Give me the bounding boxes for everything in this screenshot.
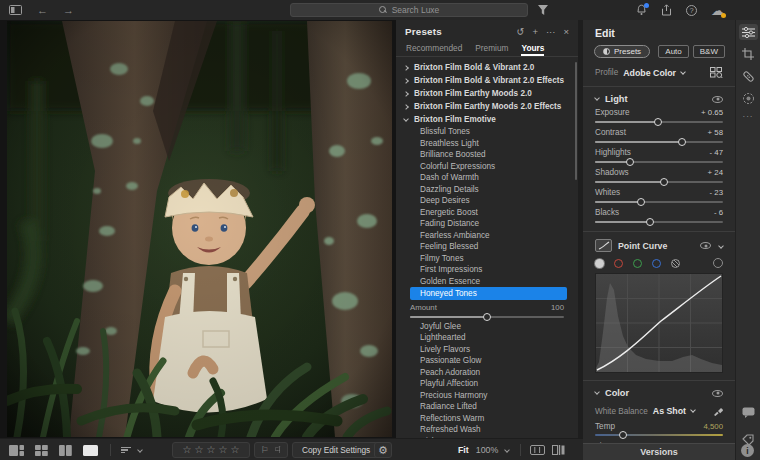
preset-group-brixton-film-bold-vibrant-2-0-effects[interactable]: Brixton Film Bold & Vibrant 2.0 Effects [396, 74, 578, 87]
preset-item-reflections-warm[interactable]: Reflections Warm [396, 413, 578, 425]
preset-item-dazzling-details[interactable]: Dazzling Details [396, 184, 578, 196]
star-icon[interactable]: ☆ [183, 445, 192, 455]
fit-button[interactable]: Fit [458, 445, 469, 455]
masking-tool-button[interactable] [739, 90, 758, 106]
star-icon[interactable]: ☆ [195, 445, 204, 455]
photo[interactable] [7, 21, 392, 437]
preset-item-precious-harmony[interactable]: Precious Harmony [396, 390, 578, 402]
crop-tool-button[interactable] [739, 46, 758, 62]
preset-item-filmy-tones[interactable]: Filmy Tones [396, 253, 578, 265]
curve-visibility-eye-icon[interactable] [700, 242, 711, 249]
preset-history-icon[interactable]: ↺ [516, 27, 524, 37]
versions-button[interactable]: Versions [583, 443, 735, 460]
auto-button[interactable]: Auto [658, 45, 688, 58]
blue-channel-button[interactable] [652, 259, 661, 268]
tab-recommended[interactable]: Recommended [406, 43, 462, 56]
preset-item-colorful-expressions[interactable]: Colorful Expressions [396, 161, 578, 173]
star-rating[interactable]: ☆☆☆☆☆ [172, 442, 250, 458]
search-input[interactable]: Search Luxe [290, 3, 528, 17]
preset-item-joyful-glee[interactable]: Joyful Glee [396, 321, 578, 333]
blacks-slider[interactable] [595, 221, 723, 223]
white-balance-value[interactable]: As Shot [653, 406, 686, 416]
whites-slider-knob[interactable] [637, 198, 645, 206]
close-presets-icon[interactable]: × [563, 27, 569, 37]
contrast-slider-knob[interactable] [678, 138, 686, 146]
curve-reset-icon[interactable] [713, 258, 723, 268]
preset-group-brixton-film-earthy-moods-2-0[interactable]: Brixton Film Earthy Moods 2.0 [396, 87, 578, 100]
healing-tool-button[interactable] [739, 68, 758, 84]
preset-item-energetic-boost[interactable]: Energetic Boost [396, 207, 578, 219]
settings-gear-icon[interactable]: ⚙ [374, 442, 392, 458]
flag-controls[interactable]: ⚐ ⚐ [254, 442, 288, 458]
light-visibility-eye-icon[interactable] [712, 96, 723, 103]
preset-item-fading-distance[interactable]: Fading Distance [396, 218, 578, 230]
preset-item-refreshed-wash[interactable]: Refreshed Wash [396, 424, 578, 436]
profile-browser-icon[interactable] [710, 67, 723, 78]
preset-item-lively-flavors[interactable]: Lively Flavors [396, 344, 578, 356]
amount-slider-knob[interactable] [483, 313, 491, 321]
preset-item-passionate-glow[interactable]: Passionate Glow [396, 355, 578, 367]
color-section-header[interactable]: Color [595, 388, 723, 398]
preset-group-brixton-film-emotive[interactable]: Brixton Film Emotive [396, 113, 578, 126]
exposure-slider-knob[interactable] [654, 118, 662, 126]
preset-more-icon[interactable]: ··· [546, 27, 556, 37]
before-after-toggle-icon[interactable] [552, 439, 565, 460]
presets-scrollbar[interactable] [575, 62, 577, 180]
chevron-down-icon[interactable] [690, 407, 696, 413]
more-tools-icon[interactable]: ··· [736, 112, 760, 121]
whites-slider[interactable] [595, 201, 723, 203]
preset-item-deep-desires[interactable]: Deep Desires [396, 195, 578, 207]
preset-group-brixton-film-earthy-moods-2-0-effects[interactable]: Brixton Film Earthy Moods 2.0 Effects [396, 100, 578, 113]
pick-flag-icon[interactable]: ⚐ [260, 446, 268, 455]
contrast-slider[interactable] [595, 141, 723, 143]
exposure-slider[interactable] [595, 121, 723, 123]
star-icon[interactable]: ☆ [218, 445, 227, 455]
luminance-channel-button[interactable] [595, 259, 604, 268]
parametric-channel-button[interactable] [671, 259, 680, 268]
eyedropper-icon[interactable] [713, 406, 723, 416]
filter-icon[interactable] [538, 5, 548, 15]
chevron-down-icon[interactable] [718, 243, 724, 249]
preset-item-peach-adoration[interactable]: Peach Adoration [396, 367, 578, 379]
light-section-header[interactable]: Light [595, 94, 723, 104]
highlights-slider[interactable] [595, 161, 723, 163]
preset-item-feeling-blessed[interactable]: Feeling Blessed [396, 241, 578, 253]
compare-view-button[interactable] [59, 445, 72, 456]
grid-view-button[interactable] [9, 445, 24, 456]
preset-group-brixton-film-bold-vibrant-2-0[interactable]: Brixton Film Bold & Vibrant 2.0 [396, 61, 578, 74]
preset-item-brilliance-boosted[interactable]: Brilliance Boosted [396, 149, 578, 161]
preset-item-selected[interactable]: Honeyed Tones [410, 287, 567, 300]
chevron-down-icon[interactable] [137, 447, 143, 453]
help-icon[interactable]: ? [686, 5, 697, 16]
blacks-slider-knob[interactable] [646, 218, 654, 226]
green-channel-button[interactable] [633, 259, 642, 268]
preset-item-golden-essence[interactable]: Golden Essence [396, 276, 578, 288]
preset-item-dash-of-warmth[interactable]: Dash of Warmth [396, 172, 578, 184]
presets-toggle-button[interactable]: Presets [594, 45, 650, 58]
share-icon[interactable] [661, 4, 672, 16]
cloud-sync-icon[interactable]: ☁ [711, 1, 724, 19]
edit-tool-button[interactable] [739, 24, 758, 40]
preset-item-blissful-tones[interactable]: Blissful Tones [396, 126, 578, 138]
reject-flag-icon[interactable]: ⚐ [274, 446, 282, 455]
red-channel-button[interactable] [614, 259, 623, 268]
shadows-slider-knob[interactable] [660, 178, 668, 186]
filmstrip-toggle-icon[interactable] [530, 439, 545, 460]
info-icon[interactable]: i [741, 444, 754, 457]
panel-toggle-icon[interactable] [9, 5, 22, 15]
preset-item-lighthearted[interactable]: Lighthearted [396, 332, 578, 344]
copy-edit-settings-button[interactable]: Copy Edit Settings [292, 442, 380, 458]
sort-icon[interactable] [121, 445, 131, 455]
preset-item-breathless-light[interactable]: Breathless Light [396, 138, 578, 150]
shadows-slider[interactable] [595, 181, 723, 183]
preset-item-first-impressions[interactable]: First Impressions [396, 264, 578, 276]
star-icon[interactable]: ☆ [230, 445, 239, 455]
tab-yours[interactable]: Yours [521, 43, 544, 56]
point-curve-button[interactable] [595, 239, 612, 252]
notifications-bell-icon[interactable] [636, 4, 647, 16]
chevron-down-icon[interactable] [504, 447, 510, 453]
preset-item-radiance-lifted[interactable]: Radiance Lifted [396, 401, 578, 413]
forward-arrow-icon[interactable]: → [63, 5, 74, 16]
zoom-level-value[interactable]: 100% [476, 445, 499, 455]
tone-curve-editor[interactable] [595, 273, 723, 373]
